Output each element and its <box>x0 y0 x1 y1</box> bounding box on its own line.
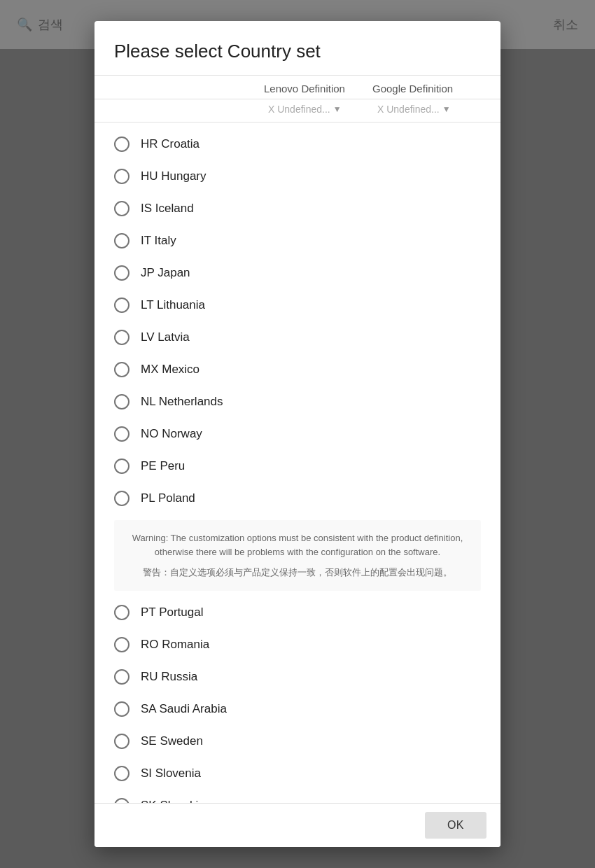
country-select-dialog: Please select Country set Lenovo Definit… <box>94 21 500 847</box>
country-label-mx: MX Mexico <box>141 363 200 377</box>
country-item-ru[interactable]: RU Russia <box>94 661 500 693</box>
radio-pt[interactable] <box>114 605 130 620</box>
country-label-ru: RU Russia <box>141 670 197 684</box>
radio-pl[interactable] <box>114 491 130 506</box>
radio-mx[interactable] <box>114 362 130 377</box>
country-label-si: SI Slovenia <box>141 766 201 780</box>
country-label-hr: HR Croatia <box>141 137 200 151</box>
country-item-sk[interactable]: SK Slovakia <box>94 790 500 804</box>
country-label-lv: LV Latvia <box>141 330 190 344</box>
definition-dropdowns: X Undefined... ▼ X Undefined... ▼ <box>94 99 500 122</box>
radio-se[interactable] <box>114 734 130 749</box>
lenovo-dropdown-arrow: ▼ <box>333 104 342 114</box>
radio-hr[interactable] <box>114 136 130 152</box>
country-item-lt[interactable]: LT Lithuania <box>94 289 500 321</box>
country-item-lv[interactable]: LV Latvia <box>94 321 500 354</box>
modal-overlay: Please select Country set Lenovo Definit… <box>0 0 595 868</box>
ok-button[interactable]: OK <box>425 812 486 839</box>
radio-ro[interactable] <box>114 637 130 652</box>
country-item-it[interactable]: IT Italy <box>94 225 500 257</box>
radio-si[interactable] <box>114 766 130 781</box>
warning-text-chinese: 警告：自定义选项必须与产品定义保持一致，否则软件上的配置会出现问题。 <box>128 566 467 580</box>
country-label-pe: PE Peru <box>141 459 185 473</box>
country-label-jp: JP Japan <box>141 266 190 280</box>
radio-pe[interactable] <box>114 458 130 474</box>
country-label-lt: LT Lithuania <box>141 298 205 312</box>
country-label-nl: NL Netherlands <box>141 395 223 409</box>
country-label-ro: RO Romania <box>141 638 209 652</box>
radio-hu[interactable] <box>114 169 130 184</box>
radio-sa[interactable] <box>114 701 130 717</box>
google-dropdown[interactable]: X Undefined... ▼ <box>377 104 481 115</box>
google-undefined-label: X Undefined... <box>377 104 440 115</box>
country-item-hu[interactable]: HU Hungary <box>94 160 500 192</box>
lenovo-undefined-label: X Undefined... <box>268 104 330 115</box>
warning-text-english: Warning: The customization options must … <box>128 531 467 559</box>
country-label-pl: PL Poland <box>141 491 195 505</box>
warning-panel: Warning: The customization options must … <box>114 520 481 591</box>
radio-lv[interactable] <box>114 330 130 345</box>
country-label-no: NO Norway <box>141 427 202 441</box>
column-headers: Lenovo Definition Google Definition <box>94 76 500 99</box>
country-item-se[interactable]: SE Sweden <box>94 725 500 757</box>
radio-nl[interactable] <box>114 394 130 410</box>
country-item-pe[interactable]: PE Peru <box>94 450 500 482</box>
country-label-hu: HU Hungary <box>141 169 206 183</box>
radio-no[interactable] <box>114 426 130 442</box>
country-item-si[interactable]: SI Slovenia <box>94 757 500 790</box>
radio-lt[interactable] <box>114 298 130 313</box>
country-item-no[interactable]: NO Norway <box>94 418 500 450</box>
country-label-it: IT Italy <box>141 234 176 248</box>
dialog-footer: OK <box>94 803 500 847</box>
country-item-hr[interactable]: HR Croatia <box>94 128 500 160</box>
country-item-ro[interactable]: RO Romania <box>94 629 500 661</box>
country-label-is: IS Iceland <box>141 202 194 216</box>
country-item-mx[interactable]: MX Mexico <box>94 354 500 386</box>
radio-ru[interactable] <box>114 669 130 685</box>
radio-jp[interactable] <box>114 265 130 281</box>
radio-is[interactable] <box>114 201 130 216</box>
country-label-se: SE Sweden <box>141 734 203 748</box>
country-item-pl[interactable]: PL Poland <box>94 482 500 514</box>
country-item-pt[interactable]: PT Portugal <box>94 596 500 629</box>
country-label-pt: PT Portugal <box>141 606 203 620</box>
country-list: HR CroatiaHU HungaryIS IcelandIT ItalyJP… <box>94 122 500 803</box>
country-label-sa: SA Saudi Arabia <box>141 702 227 716</box>
country-item-sa[interactable]: SA Saudi Arabia <box>94 693 500 725</box>
country-item-jp[interactable]: JP Japan <box>94 257 500 289</box>
country-list-body: HR CroatiaHU HungaryIS IcelandIT ItalyJP… <box>94 122 500 803</box>
radio-sk[interactable] <box>114 798 130 804</box>
google-dropdown-arrow: ▼ <box>442 104 451 114</box>
google-definition-header: Google Definition <box>372 83 481 94</box>
lenovo-definition-header: Lenovo Definition <box>264 83 372 94</box>
radio-it[interactable] <box>114 233 130 248</box>
country-item-is[interactable]: IS Iceland <box>94 192 500 225</box>
lenovo-dropdown[interactable]: X Undefined... ▼ <box>268 104 372 115</box>
country-item-nl[interactable]: NL Netherlands <box>94 386 500 418</box>
dialog-title: Please select Country set <box>94 21 500 76</box>
